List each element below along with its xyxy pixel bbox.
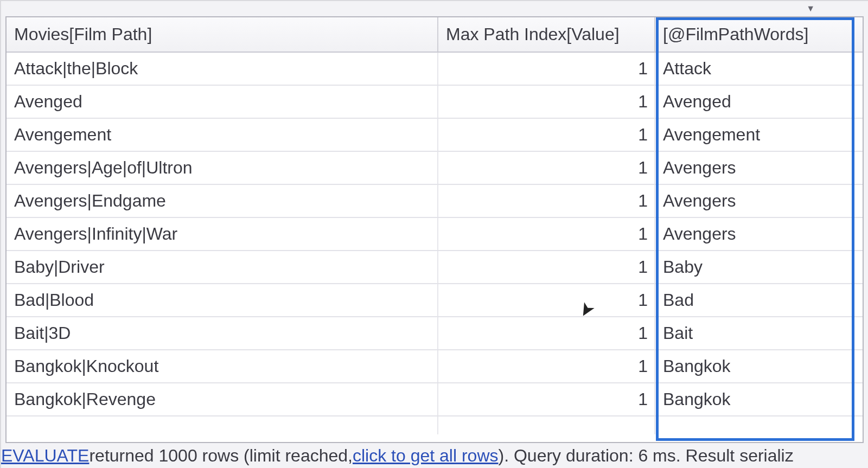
cell-film-path[interactable]: Avengers|Infinity|War — [7, 217, 438, 251]
cell-film-path[interactable]: Baby|Driver — [7, 251, 438, 284]
table-row[interactable]: Bangkok|Knockout 1 Bangkok — [7, 350, 863, 383]
column-header-max-path-index-value[interactable]: Max Path Index[Value] — [438, 17, 655, 52]
table-row[interactable]: Bad|Blood 1 Bad — [7, 284, 863, 317]
cell-film-path[interactable]: Bad|Blood — [7, 284, 438, 317]
cell-film-path[interactable]: Attack|the|Block — [7, 52, 438, 85]
cell-max-path-index[interactable] — [438, 416, 655, 434]
table-row-partial[interactable] — [7, 416, 863, 434]
cell-max-path-index[interactable]: 1 — [438, 350, 655, 383]
table-body: Attack|the|Block 1 Attack Avenged 1 Aven… — [7, 52, 863, 434]
cell-max-path-index[interactable]: 1 — [438, 251, 655, 284]
cell-filmpathwords[interactable]: Bad — [655, 284, 863, 317]
cell-film-path[interactable]: Avengement — [7, 118, 438, 151]
cell-filmpathwords[interactable]: Bangkok — [655, 383, 863, 416]
cell-film-path[interactable]: Bangkok|Revenge — [7, 383, 438, 416]
chevron-down-icon[interactable]: ▼ — [803, 3, 818, 15]
results-grid-scroll[interactable]: Movies[Film Path] Max Path Index[Value] … — [7, 17, 863, 442]
cell-filmpathwords[interactable]: Baby — [655, 251, 863, 284]
status-bar: EVALUATE returned 1000 rows (limit reach… — [1, 443, 868, 468]
toolbar: ▼ — [1, 1, 868, 16]
cell-film-path[interactable]: Avenged — [7, 85, 438, 118]
status-text: returned 1000 rows (limit reached, — [89, 446, 353, 466]
cell-max-path-index[interactable]: 1 — [438, 52, 655, 85]
table-row[interactable]: Avenged 1 Avenged — [7, 85, 863, 118]
table-row[interactable]: Avengers|Endgame 1 Avengers — [7, 184, 863, 217]
results-table: Movies[Film Path] Max Path Index[Value] … — [7, 17, 863, 434]
table-row[interactable]: Avengers|Age|of|Ultron 1 Avengers — [7, 151, 863, 184]
cell-film-path[interactable] — [7, 416, 438, 434]
status-text-tail: ). Query duration: 6 ms. Result serializ — [499, 446, 794, 466]
cell-max-path-index[interactable]: 1 — [438, 85, 655, 118]
cell-max-path-index[interactable]: 1 — [438, 317, 655, 350]
column-header-movies-film-path[interactable]: Movies[Film Path] — [7, 17, 438, 52]
table-row[interactable]: Bait|3D 1 Bait — [7, 317, 863, 350]
cell-filmpathwords[interactable]: Attack — [655, 52, 863, 85]
cell-film-path[interactable]: Bait|3D — [7, 317, 438, 350]
results-window: ▼ Movies[Film Path] Max Path Index[Value… — [0, 0, 868, 468]
cell-filmpathwords[interactable]: Avenged — [655, 85, 863, 118]
cell-max-path-index[interactable]: 1 — [438, 217, 655, 251]
cell-filmpathwords[interactable] — [655, 416, 863, 434]
cell-filmpathwords[interactable]: Avengers — [655, 217, 863, 251]
cell-max-path-index[interactable]: 1 — [438, 184, 655, 217]
cell-film-path[interactable]: Bangkok|Knockout — [7, 350, 438, 383]
table-row[interactable]: Attack|the|Block 1 Attack — [7, 52, 863, 85]
table-row[interactable]: Avengement 1 Avengement — [7, 118, 863, 151]
cell-filmpathwords[interactable]: Avengers — [655, 184, 863, 217]
results-grid-container: Movies[Film Path] Max Path Index[Value] … — [5, 16, 864, 443]
cell-film-path[interactable]: Avengers|Age|of|Ultron — [7, 151, 438, 184]
header-row: Movies[Film Path] Max Path Index[Value] … — [7, 17, 863, 52]
cell-film-path[interactable]: Avengers|Endgame — [7, 184, 438, 217]
table-row[interactable]: Baby|Driver 1 Baby — [7, 251, 863, 284]
table-row[interactable]: Bangkok|Revenge 1 Bangkok — [7, 383, 863, 416]
table-row[interactable]: Avengers|Infinity|War 1 Avengers — [7, 217, 863, 251]
cell-filmpathwords[interactable]: Bangkok — [655, 350, 863, 383]
cell-max-path-index[interactable]: 1 — [438, 151, 655, 184]
cell-filmpathwords[interactable]: Avengement — [655, 118, 863, 151]
column-header-filmpathwords[interactable]: [@FilmPathWords] — [655, 17, 863, 52]
cell-max-path-index[interactable]: 1 — [438, 118, 655, 151]
cell-filmpathwords[interactable]: Avengers — [655, 151, 863, 184]
get-all-rows-link[interactable]: click to get all rows — [353, 446, 499, 466]
cell-max-path-index[interactable]: 1 — [438, 383, 655, 416]
cell-max-path-index[interactable]: 1 — [438, 284, 655, 317]
cell-filmpathwords[interactable]: Bait — [655, 317, 863, 350]
evaluate-link[interactable]: EVALUATE — [1, 446, 89, 466]
